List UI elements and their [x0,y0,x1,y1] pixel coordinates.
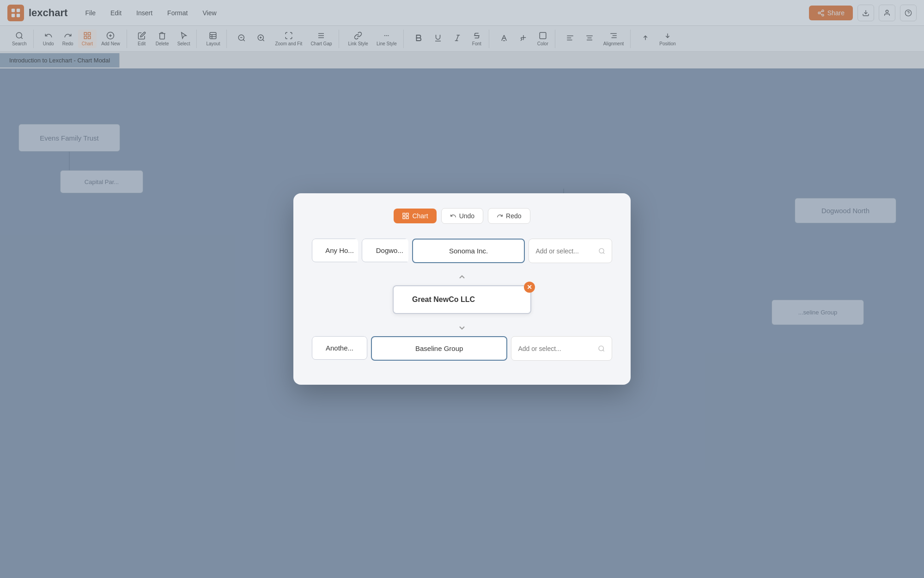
chevron-up-icon [457,272,467,282]
parent-card-2[interactable]: Dogwo... [362,239,408,262]
svg-line-63 [603,350,604,351]
child-card-1[interactable]: Anothe... [312,336,367,360]
undo-icon [450,213,456,219]
modal-undo-button[interactable]: Undo [441,208,483,224]
redo-icon [497,213,503,219]
parent-card-3[interactable]: Sonoma Inc. [412,239,525,263]
svg-line-61 [603,252,604,253]
subject-row: Great NewCo LLC ✕ [312,285,612,314]
modal-chart-button[interactable]: Chart [394,209,436,223]
chart-modal: Chart Undo Redo Any Ho... [293,193,631,385]
child-search-input[interactable] [518,345,594,352]
parent-card-1-wrapper: Any Ho... [312,239,358,263]
chart-icon [402,212,409,220]
parent-add-card[interactable] [529,239,612,263]
subject-card[interactable]: Great NewCo LLC ✕ [393,285,531,314]
svg-rect-56 [403,213,405,215]
remove-subject-button[interactable]: ✕ [524,282,535,293]
parents-row: Any Ho... Dogwo... Sonoma Inc. [312,239,612,263]
chevron-down-icon [457,323,467,332]
parent-card-1[interactable]: Any Ho... [312,239,358,262]
svg-rect-58 [403,216,405,219]
modal-redo-button[interactable]: Redo [488,208,530,224]
child-card-2[interactable]: Baseline Group [371,336,507,361]
child-add-card[interactable] [511,336,612,361]
children-row: Anothe... Baseline Group [312,336,612,361]
parent-card-2-wrapper: Dogwo... [362,239,408,263]
down-chevron [312,320,612,336]
modal-toolbar: Chart Undo Redo [312,208,612,224]
parent-search-icon [598,247,605,255]
svg-rect-57 [407,213,409,215]
modal-overlay: Chart Undo Redo Any Ho... [0,0,924,578]
parent-search-input[interactable] [535,247,594,255]
svg-point-60 [599,248,604,253]
child-search-icon [598,344,605,353]
up-chevron [312,269,612,285]
child-card-1-wrapper: Anothe... [312,336,367,361]
svg-rect-59 [407,216,409,219]
svg-point-62 [599,346,603,350]
